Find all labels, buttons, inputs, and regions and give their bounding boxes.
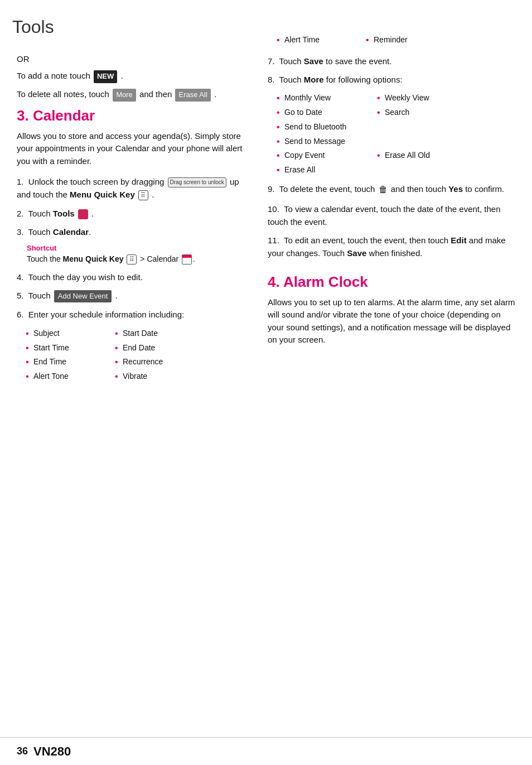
left-column: Tools OR To add a note touch NEW . To de… — [17, 17, 262, 732]
step2-text: Touch Tools — [28, 209, 77, 218]
step-10: 10. To view a calendar event, touch the … — [268, 203, 519, 229]
note1-prefix: To add a note touch — [17, 71, 90, 80]
step-7: 7. Touch Save to save the event. — [268, 55, 519, 68]
step-8: 8. Touch More for following options: — [268, 73, 519, 86]
opt-search: Search — [377, 106, 489, 119]
step1-num: 1. — [17, 177, 26, 186]
content-area: Tools OR To add a note touch NEW . To de… — [0, 0, 532, 765]
step11-text: To edit an event, touch the event, then … — [268, 235, 506, 258]
note1: To add a note touch NEW . — [17, 69, 251, 83]
alert-time: Alert Time — [277, 33, 366, 47]
calendar-intro: Allows you to store and access your agen… — [17, 130, 251, 168]
or-label: OR — [17, 54, 251, 64]
schedule-alert-tone: Alert Tone — [26, 370, 115, 383]
menu-quick-key-icon — [138, 190, 148, 200]
step-3: 3. Touch Calendar. — [17, 225, 251, 238]
opt-send-bluetooth: Send to Bluetooth — [277, 121, 489, 134]
add-new-event-badge: Add New Event — [54, 290, 112, 302]
schedule-start-time: Start Time — [26, 341, 115, 355]
opt-copy-event: Copy Event — [277, 149, 377, 162]
tools-icon — [78, 209, 88, 219]
more-options: Monthly View Weekly View Go to Date Sear… — [277, 92, 519, 177]
schedule-subject: Subject — [26, 327, 115, 340]
alarm-section: 4. Alarm Clock Allows you to set up to t… — [268, 273, 519, 347]
schedule-end-time: End Time — [26, 355, 115, 369]
note2-middle: and then — [139, 89, 172, 99]
opt-go-to-date: Go to Date — [277, 106, 377, 119]
step8-num: 8. — [268, 75, 277, 84]
step7-text: Touch Save to save the event. — [279, 56, 392, 66]
step9-text2: and then touch Yes to confirm. — [391, 184, 504, 194]
opt-erase-all-old: Erase All Old — [377, 149, 489, 162]
step8-more: More — [304, 75, 324, 84]
right-column: Alert Time Reminder 7. Touch Save to sav… — [262, 17, 519, 732]
opt-send-message: Send to Message — [277, 135, 489, 148]
note2-prefix: To delete all notes, touch — [17, 89, 109, 99]
more-badge: More — [113, 89, 136, 102]
step-5: 5. Touch Add New Event . — [17, 289, 251, 302]
shortcut-grid-icon — [127, 254, 137, 264]
step10-num: 10. — [268, 204, 282, 214]
right-steps: 7. Touch Save to save the event. 8. Touc… — [268, 55, 519, 86]
step-1: 1. Unlock the touch screen by dragging D… — [17, 175, 251, 201]
page: Tools OR To add a note touch NEW . To de… — [0, 0, 532, 765]
opt-monthly-view: Monthly View — [277, 92, 377, 105]
step11-save: Save — [347, 248, 366, 258]
calendar-steps2: 4. Touch the day you wish to edit. 5. To… — [17, 271, 251, 321]
calendar-heading: 3. Calendar — [17, 107, 251, 124]
step4-text: Touch the day you wish to edit. — [28, 272, 143, 282]
step5-end: . — [115, 291, 118, 300]
step9-text: To delete the event, touch — [279, 184, 378, 194]
footer: 36 VN280 — [0, 737, 532, 765]
step11-num: 11. — [268, 235, 282, 245]
step11-edit: Edit — [451, 235, 466, 245]
shortcut-label: Shortcut — [27, 244, 251, 252]
new-badge: NEW — [94, 70, 117, 83]
step6-text: Enter your schedule information includin… — [28, 310, 184, 319]
step4-num: 4. — [17, 272, 26, 282]
opt-erase-all: Erase All — [277, 163, 489, 177]
step5-num: 5. — [17, 291, 26, 300]
right-steps2: 9. To delete the event, touch 🗑 and then… — [268, 182, 519, 259]
reminder: Reminder — [366, 33, 455, 47]
footer-model: VN280 — [33, 744, 71, 759]
schedule-items: Subject Start Date Start Time End Date E… — [26, 327, 251, 383]
step10-text: To view a calendar event, touch the date… — [268, 204, 501, 227]
step5-text: Touch — [28, 291, 53, 300]
footer-page-number: 36 — [17, 745, 28, 757]
step1-text1: Unlock the touch screen by dragging — [28, 177, 167, 186]
step1-bold: Menu Quick Key — [70, 190, 135, 199]
step-2: 2. Touch Tools . — [17, 207, 251, 220]
step9-yes: Yes — [448, 184, 463, 194]
note1-suffix: . — [120, 71, 123, 80]
step2-end: . — [91, 209, 94, 218]
step9-num: 9. — [268, 184, 277, 194]
step-11: 11. To edit an event, touch the event, t… — [268, 234, 519, 260]
shortcut-content: Touch the Menu Quick Key > Calendar . — [27, 253, 251, 265]
step2-bold: Tools — [53, 209, 75, 218]
alert-items: Alert Time Reminder — [277, 33, 519, 47]
note2: To delete all notes, touch More and then… — [17, 88, 251, 102]
step-9: 9. To delete the event, touch 🗑 and then… — [268, 182, 519, 196]
drag-badge: Drag screen to unlock — [168, 177, 226, 187]
schedule-vibrate: Vibrate — [115, 370, 204, 383]
schedule-start-date: Start Date — [115, 327, 204, 340]
step1-end: . — [152, 190, 154, 199]
schedule-end-date: End Date — [115, 341, 204, 355]
page-title: Tools — [12, 17, 251, 37]
alarm-heading: 4. Alarm Clock — [268, 273, 519, 291]
shortcut-cal-icon — [182, 254, 192, 264]
erase-all-badge: Erase All — [175, 89, 210, 102]
step6-num: 6. — [17, 310, 26, 319]
step2-num: 2. — [17, 209, 26, 218]
opt-weekly-view: Weekly View — [377, 92, 489, 105]
schedule-recurrence: Recurrence — [115, 355, 204, 369]
note2-suffix: . — [214, 89, 216, 99]
trash-icon: 🗑 — [379, 183, 388, 197]
calendar-steps: 1. Unlock the touch screen by dragging D… — [17, 175, 251, 238]
step3-num: 3. — [17, 227, 26, 237]
step8-text: Touch More for following options: — [279, 75, 403, 84]
step7-save: Save — [304, 56, 323, 66]
shortcut-box: Shortcut Touch the Menu Quick Key > Cale… — [27, 244, 251, 265]
shortcut-menu-key: Menu Quick Key — [63, 254, 124, 263]
